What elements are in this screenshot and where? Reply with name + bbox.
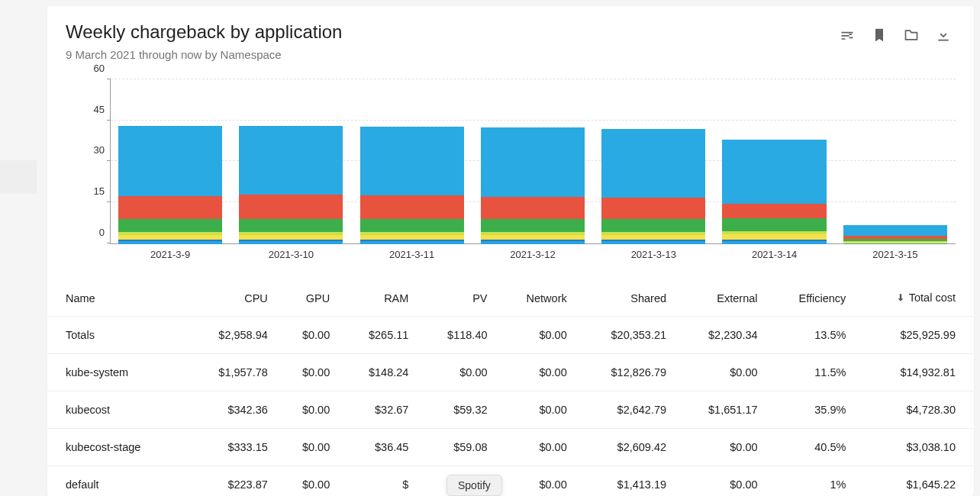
cell-name: default <box>47 465 185 496</box>
cell-name: Totals <box>47 316 185 353</box>
chart-bar[interactable] <box>843 225 947 244</box>
cell-gpu: $0.00 <box>277 465 339 496</box>
cell-efficiency: 13.5% <box>767 316 856 353</box>
cell-network: $0.00 <box>497 428 576 465</box>
cell-ram: $32.67 <box>339 391 417 428</box>
cell-network: $0.00 <box>497 465 576 496</box>
chart-bar[interactable] <box>481 127 585 244</box>
tooltip-chip: Spotify <box>446 475 502 496</box>
cell-total: $1,645.22 <box>855 465 974 496</box>
cell-total: $4,728.30 <box>855 391 974 428</box>
cell-external: $0.00 <box>675 353 766 391</box>
cell-name: kube-system <box>47 353 185 391</box>
chart-bar[interactable] <box>360 127 464 244</box>
column-header[interactable]: Total cost <box>855 281 974 317</box>
table-row[interactable]: default$223.87$0.00$$0.00$0.00$1,413.19$… <box>47 465 974 496</box>
cell-ram: $ <box>339 465 417 496</box>
y-tick: 45 <box>94 103 105 114</box>
cell-external: $0.00 <box>675 465 766 496</box>
y-tick: 15 <box>94 185 105 197</box>
chart-x-axis: 2021-3-92021-3-102021-3-112021-3-122021-… <box>110 244 956 262</box>
y-tick: 60 <box>94 62 105 73</box>
cell-pv: $118.40 <box>417 316 496 353</box>
y-tick: 30 <box>94 144 105 156</box>
y-tick: 0 <box>99 226 105 237</box>
chart-bars <box>110 79 956 244</box>
x-tick: 2021-3-14 <box>714 244 834 262</box>
column-header[interactable]: RAM <box>339 281 417 317</box>
cell-efficiency: 11.5% <box>767 353 856 391</box>
sidebar-active-indicator <box>0 160 37 194</box>
table-row[interactable]: kubecost-stage$333.15$0.00$36.45$59.08$0… <box>47 428 974 465</box>
column-header[interactable]: Name <box>47 281 185 317</box>
cell-pv: $59.08 <box>417 428 496 465</box>
cost-table: NameCPUGPURAMPVNetworkSharedExternalEffi… <box>47 281 974 496</box>
column-header[interactable]: CPU <box>185 281 276 317</box>
cell-gpu: $0.00 <box>277 391 339 428</box>
download-icon[interactable] <box>936 27 951 43</box>
column-header[interactable]: GPU <box>277 281 339 317</box>
x-tick: 2021-3-9 <box>110 244 230 262</box>
column-header[interactable]: Shared <box>576 281 675 317</box>
cell-total: $25,925.99 <box>855 316 974 353</box>
x-tick: 2021-3-12 <box>472 244 593 262</box>
folder-icon[interactable] <box>904 27 919 43</box>
cell-pv: $0.00 <box>417 353 496 391</box>
cell-shared: $12,826.79 <box>576 353 675 391</box>
x-tick: 2021-3-11 <box>352 244 472 262</box>
cell-shared: $1,413.19 <box>576 465 675 496</box>
cell-efficiency: 35.9% <box>767 391 856 428</box>
cell-pv: $59.32 <box>417 391 496 428</box>
chart-bar[interactable] <box>239 126 343 244</box>
cell-cpu: $2,958.94 <box>185 316 276 353</box>
table-row[interactable]: kube-system$1,957.78$0.00$148.24$0.00$0.… <box>47 353 974 391</box>
report-header: Weekly chargeback by application 9 March… <box>47 6 974 61</box>
tune-icon[interactable] <box>840 27 855 43</box>
page-subtitle: 9 March 2021 through now by Namespace <box>66 48 840 61</box>
table-row[interactable]: Totals$2,958.94$0.00$265.11$118.40$0.00$… <box>47 316 974 353</box>
cell-name: kubecost <box>47 391 185 428</box>
column-header[interactable]: External <box>675 281 766 317</box>
cell-network: $0.00 <box>497 316 576 353</box>
cell-cpu: $333.15 <box>185 428 276 465</box>
page-title: Weekly chargeback by application <box>66 21 840 43</box>
cell-external: $2,230.34 <box>675 316 766 353</box>
cell-ram: $36.45 <box>339 428 417 465</box>
cell-cpu: $1,957.78 <box>185 353 276 391</box>
cell-efficiency: 1% <box>767 465 856 496</box>
table-row[interactable]: kubecost$342.36$0.00$32.67$59.32$0.00$2,… <box>47 391 974 428</box>
cell-network: $0.00 <box>497 353 576 391</box>
cell-network: $0.00 <box>497 391 576 428</box>
cell-name: kubecost-stage <box>47 428 185 465</box>
cell-gpu: $0.00 <box>277 353 339 391</box>
cell-gpu: $0.00 <box>277 428 339 465</box>
cost-chart: 015304560 2021-3-92021-3-102021-3-112021… <box>66 79 956 262</box>
column-header[interactable]: PV <box>417 281 496 317</box>
cell-cpu: $342.36 <box>185 391 276 428</box>
cell-total: $14,932.81 <box>855 353 974 391</box>
cell-external: $1,651.17 <box>675 391 766 428</box>
x-tick: 2021-3-13 <box>593 244 714 262</box>
sort-descending-icon <box>895 292 906 303</box>
column-header[interactable]: Efficiency <box>767 281 856 317</box>
chart-bar[interactable] <box>601 129 705 244</box>
chart-bar[interactable] <box>118 126 222 244</box>
cell-external: $0.00 <box>675 428 766 465</box>
cell-ram: $148.24 <box>339 353 417 391</box>
cell-ram: $265.11 <box>339 316 417 353</box>
cell-shared: $2,642.79 <box>576 391 675 428</box>
chart-bar[interactable] <box>722 140 826 244</box>
cell-gpu: $0.00 <box>277 316 339 353</box>
bookmark-icon[interactable] <box>872 27 887 43</box>
x-tick: 2021-3-15 <box>835 244 956 262</box>
x-tick: 2021-3-10 <box>230 244 351 262</box>
cell-shared: $2,609.42 <box>576 428 675 465</box>
cell-cpu: $223.87 <box>185 465 276 496</box>
cell-shared: $20,353.21 <box>576 316 675 353</box>
cell-efficiency: 40.5% <box>767 428 856 465</box>
column-header[interactable]: Network <box>497 281 576 317</box>
report-card: Weekly chargeback by application 9 March… <box>47 6 974 496</box>
cell-total: $3,038.10 <box>855 428 974 465</box>
header-actions <box>840 21 956 43</box>
